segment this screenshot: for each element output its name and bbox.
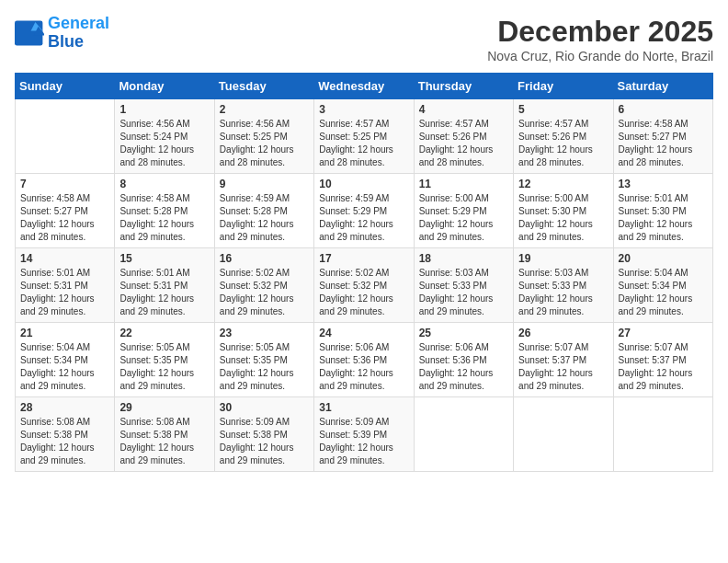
day-info: Sunrise: 5:09 AMSunset: 5:39 PMDaylight:… [319,416,408,467]
calendar-week-row: 7Sunrise: 4:58 AMSunset: 5:27 PMDaylight… [16,174,713,248]
calendar-cell [16,99,115,174]
calendar-cell: 14Sunrise: 5:01 AMSunset: 5:31 PMDayligh… [16,248,115,323]
day-info: Sunrise: 5:06 AMSunset: 5:36 PMDaylight:… [319,341,408,393]
day-number: 21 [20,327,109,339]
day-number: 28 [20,401,109,414]
day-number: 14 [20,252,109,265]
weekday-header: Friday [514,74,613,99]
calendar-cell: 20Sunrise: 5:04 AMSunset: 5:34 PMDayligh… [613,248,712,323]
weekday-header: Monday [115,74,214,99]
calendar-cell: 12Sunrise: 5:00 AMSunset: 5:30 PMDayligh… [514,174,613,248]
day-number: 31 [319,401,408,414]
day-number: 6 [619,103,708,116]
day-number: 15 [119,252,209,265]
day-number: 13 [619,178,708,190]
calendar-cell: 31Sunrise: 5:09 AMSunset: 5:39 PMDayligh… [314,397,414,472]
day-info: Sunrise: 5:02 AMSunset: 5:32 PMDaylight:… [319,267,408,318]
calendar-cell: 19Sunrise: 5:03 AMSunset: 5:33 PMDayligh… [514,248,613,323]
day-number: 22 [119,327,209,339]
month-title: December 2025 [487,15,713,49]
day-number: 19 [518,252,608,265]
weekday-header: Sunday [16,74,115,99]
logo-text-line2: Blue [48,33,109,52]
day-number: 11 [419,178,508,190]
calendar-week-row: 28Sunrise: 5:08 AMSunset: 5:38 PMDayligh… [16,397,713,472]
calendar-week-row: 1Sunrise: 4:56 AMSunset: 5:24 PMDaylight… [16,99,713,174]
calendar-cell: 1Sunrise: 4:56 AMSunset: 5:24 PMDaylight… [115,99,214,174]
calendar-cell: 25Sunrise: 5:06 AMSunset: 5:36 PMDayligh… [414,323,513,397]
calendar-cell: 4Sunrise: 4:57 AMSunset: 5:26 PMDaylight… [414,99,513,174]
day-info: Sunrise: 4:58 AMSunset: 5:27 PMDaylight:… [619,118,708,169]
day-info: Sunrise: 5:08 AMSunset: 5:38 PMDaylight:… [119,416,209,467]
calendar-cell: 22Sunrise: 5:05 AMSunset: 5:35 PMDayligh… [115,323,214,397]
calendar-cell: 23Sunrise: 5:05 AMSunset: 5:35 PMDayligh… [214,323,313,397]
day-info: Sunrise: 5:07 AMSunset: 5:37 PMDaylight:… [619,341,708,393]
weekday-header: Tuesday [214,74,313,99]
day-number: 5 [518,103,608,116]
day-number: 9 [220,178,309,190]
day-number: 26 [518,327,608,339]
logo-text-line1: General [48,15,109,33]
day-info: Sunrise: 5:01 AMSunset: 5:31 PMDaylight:… [20,267,109,318]
title-block: December 2025 Nova Cruz, Rio Grande do N… [487,15,713,63]
calendar-cell: 15Sunrise: 5:01 AMSunset: 5:31 PMDayligh… [115,248,214,323]
calendar-cell [613,397,712,472]
day-number: 7 [20,178,109,190]
day-info: Sunrise: 4:59 AMSunset: 5:28 PMDaylight:… [220,192,309,244]
calendar-cell: 3Sunrise: 4:57 AMSunset: 5:25 PMDaylight… [314,99,414,174]
day-number: 3 [319,103,408,116]
day-info: Sunrise: 4:59 AMSunset: 5:29 PMDaylight:… [319,192,408,244]
day-info: Sunrise: 5:04 AMSunset: 5:34 PMDaylight:… [619,267,708,318]
day-number: 1 [119,103,209,116]
page-header: General Blue December 2025 Nova Cruz, Ri… [15,15,713,63]
calendar-cell: 13Sunrise: 5:01 AMSunset: 5:30 PMDayligh… [613,174,712,248]
day-number: 29 [119,401,209,414]
day-info: Sunrise: 4:56 AMSunset: 5:25 PMDaylight:… [220,118,309,169]
day-info: Sunrise: 4:56 AMSunset: 5:24 PMDaylight:… [119,118,209,169]
day-number: 10 [319,178,408,190]
calendar-header-row: SundayMondayTuesdayWednesdayThursdayFrid… [16,74,713,99]
day-number: 30 [220,401,309,414]
day-number: 24 [319,327,408,339]
day-number: 25 [419,327,508,339]
day-number: 18 [419,252,508,265]
day-number: 20 [619,252,708,265]
day-info: Sunrise: 5:01 AMSunset: 5:30 PMDaylight:… [619,192,708,244]
day-info: Sunrise: 5:07 AMSunset: 5:37 PMDaylight:… [518,341,608,393]
day-number: 16 [220,252,309,265]
logo: General Blue [15,15,109,52]
calendar-cell: 17Sunrise: 5:02 AMSunset: 5:32 PMDayligh… [314,248,414,323]
day-info: Sunrise: 5:05 AMSunset: 5:35 PMDaylight:… [220,341,309,393]
day-info: Sunrise: 4:57 AMSunset: 5:26 PMDaylight:… [518,118,608,169]
day-info: Sunrise: 5:04 AMSunset: 5:34 PMDaylight:… [20,341,109,393]
calendar-cell: 26Sunrise: 5:07 AMSunset: 5:37 PMDayligh… [514,323,613,397]
calendar-cell: 29Sunrise: 5:08 AMSunset: 5:38 PMDayligh… [115,397,214,472]
day-info: Sunrise: 4:57 AMSunset: 5:26 PMDaylight:… [419,118,508,169]
calendar-cell: 7Sunrise: 4:58 AMSunset: 5:27 PMDaylight… [16,174,115,248]
day-info: Sunrise: 5:08 AMSunset: 5:38 PMDaylight:… [20,416,109,467]
day-info: Sunrise: 5:03 AMSunset: 5:33 PMDaylight:… [419,267,508,318]
day-number: 12 [518,178,608,190]
calendar-cell: 24Sunrise: 5:06 AMSunset: 5:36 PMDayligh… [314,323,414,397]
weekday-header: Thursday [414,74,513,99]
day-info: Sunrise: 5:09 AMSunset: 5:38 PMDaylight:… [220,416,309,467]
calendar-cell [414,397,513,472]
day-number: 2 [220,103,309,116]
calendar-cell: 6Sunrise: 4:58 AMSunset: 5:27 PMDaylight… [613,99,712,174]
calendar-cell: 28Sunrise: 5:08 AMSunset: 5:38 PMDayligh… [16,397,115,472]
day-number: 4 [419,103,508,116]
calendar-cell: 2Sunrise: 4:56 AMSunset: 5:25 PMDaylight… [214,99,313,174]
calendar-cell: 27Sunrise: 5:07 AMSunset: 5:37 PMDayligh… [613,323,712,397]
day-info: Sunrise: 5:06 AMSunset: 5:36 PMDaylight:… [419,341,508,393]
location-title: Nova Cruz, Rio Grande do Norte, Brazil [487,49,713,63]
calendar-cell: 16Sunrise: 5:02 AMSunset: 5:32 PMDayligh… [214,248,313,323]
day-number: 8 [119,178,209,190]
calendar-cell: 30Sunrise: 5:09 AMSunset: 5:38 PMDayligh… [214,397,313,472]
calendar-week-row: 14Sunrise: 5:01 AMSunset: 5:31 PMDayligh… [16,248,713,323]
day-info: Sunrise: 5:01 AMSunset: 5:31 PMDaylight:… [119,267,209,318]
day-info: Sunrise: 4:57 AMSunset: 5:25 PMDaylight:… [319,118,408,169]
day-info: Sunrise: 5:00 AMSunset: 5:30 PMDaylight:… [518,192,608,244]
calendar-cell [514,397,613,472]
calendar-cell: 8Sunrise: 4:58 AMSunset: 5:28 PMDaylight… [115,174,214,248]
calendar-cell: 9Sunrise: 4:59 AMSunset: 5:28 PMDaylight… [214,174,313,248]
